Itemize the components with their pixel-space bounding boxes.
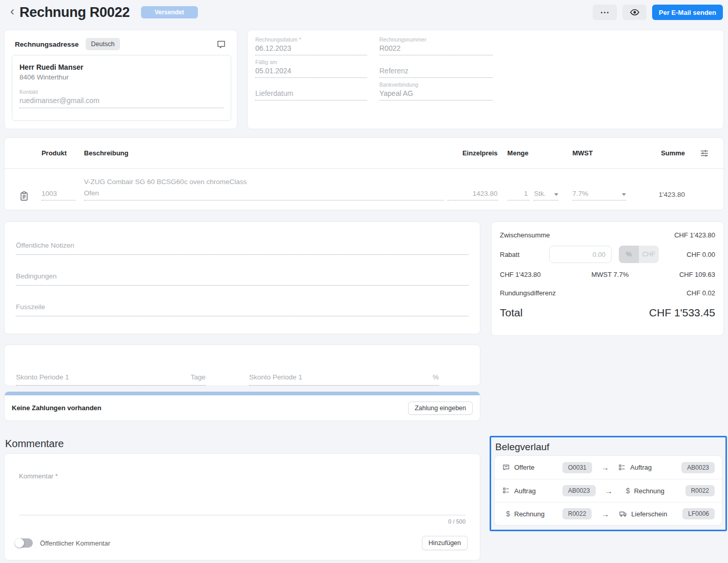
document-history-panel: Belegverlauf Offerte O0031 → Auftrag AB0… xyxy=(490,436,727,531)
skonto-percent-field[interactable]: Skonto Periode 1 % xyxy=(249,358,439,386)
send-email-button[interactable]: Per E-Mail senden xyxy=(652,5,723,20)
reference-field[interactable]: Referenz xyxy=(379,59,493,78)
history-from-ref[interactable]: O0031 xyxy=(562,462,592,473)
enter-payment-button[interactable]: Zahlung eingeben xyxy=(408,401,473,415)
contact-label: Kontakt xyxy=(19,89,224,95)
clipboard-icon xyxy=(19,191,29,202)
comments-title: Kommentare xyxy=(5,438,64,450)
discount-label: Rabatt xyxy=(500,251,549,258)
history-row[interactable]: $ Rechnung R0022 → Lieferschein LF0006 xyxy=(495,502,722,525)
address-box[interactable]: Herr Ruedi Manser 8406 Winterthur Kontak… xyxy=(12,55,231,121)
delivery-date-field[interactable]: Lieferdatum xyxy=(255,82,367,100)
public-comment-toggle[interactable] xyxy=(15,538,33,548)
discount-unit-percent[interactable]: % xyxy=(619,246,639,263)
line-item-row: 1003 V-ZUG Combair SG 60 BCSG60c oven ch… xyxy=(5,169,723,210)
public-notes-field[interactable]: Öffentliche Notizen xyxy=(16,240,469,255)
invoice-number-field[interactable]: Rechnungsnummer R0022 xyxy=(379,37,493,55)
more-options-button[interactable] xyxy=(593,5,617,20)
history-from-label: Rechnung xyxy=(514,510,562,518)
discount-unit-chf[interactable]: CHF xyxy=(639,246,659,263)
billing-address-title: Rechnungsadresse xyxy=(15,41,79,48)
subtotal-label: Zwischensumme xyxy=(500,231,550,239)
rounding-value: CHF 0.02 xyxy=(686,289,715,297)
rounding-label: Rundungsdifferenz xyxy=(500,289,556,297)
quantity-field[interactable]: 1 xyxy=(508,190,530,200)
history-row[interactable]: Auftrag AB0023 → $ Rechnung R0022 xyxy=(495,479,722,502)
language-badge[interactable]: Deutsch xyxy=(86,38,120,50)
add-comment-button[interactable]: Hinzufügen xyxy=(422,536,468,550)
due-date-field[interactable]: Fällig am 05.01.2024 xyxy=(255,59,367,78)
discount-unit-toggle: % CHF xyxy=(619,246,659,263)
caret-down-icon xyxy=(622,193,626,196)
address-comment-button[interactable] xyxy=(216,39,227,50)
comments-card: Kommentar * 0 / 500 Öffentlicher Komment… xyxy=(4,453,480,560)
comment-textarea[interactable] xyxy=(19,480,466,515)
history-to-label: Lieferschein xyxy=(631,510,682,518)
history-to-ref[interactable]: R0022 xyxy=(685,485,715,496)
history-to-label: Auftrag xyxy=(630,464,681,471)
col-total: Summe xyxy=(626,149,685,157)
arrow-right-icon: → xyxy=(592,510,619,518)
history-from-label: Offerte xyxy=(514,464,562,471)
col-description: Beschreibung xyxy=(84,149,444,157)
history-to-ref[interactable]: AB0023 xyxy=(681,462,715,473)
ellipsis-icon xyxy=(601,12,602,13)
page-header: ‹ Rechnung R0022 Versendet Per E-Mail se… xyxy=(0,0,728,25)
payments-accent-bar xyxy=(5,392,480,395)
payments-card: Keine Zahlungen vorhanden Zahlung eingeb… xyxy=(4,391,480,421)
history-to-ref[interactable]: LF0006 xyxy=(682,508,715,519)
discount-value: CHF 0.00 xyxy=(686,251,715,258)
history-from-ref[interactable]: AB0023 xyxy=(562,485,596,496)
table-settings-button[interactable] xyxy=(685,149,723,158)
col-quantity: Menge xyxy=(508,149,559,157)
header-actions: Per E-Mail senden xyxy=(593,5,724,20)
percent-suffix: % xyxy=(433,373,439,381)
back-icon[interactable]: ‹ xyxy=(10,5,14,17)
ballot-list-icon xyxy=(502,487,510,495)
preview-button[interactable] xyxy=(622,5,646,20)
no-payments-text: Keine Zahlungen vorhanden xyxy=(12,404,102,412)
drag-handle[interactable] xyxy=(19,191,42,210)
dollar-sign-icon: $ xyxy=(626,487,630,495)
contact-value[interactable]: ruedimanser@gmail.com xyxy=(19,96,224,108)
skonto-days-field[interactable]: Skonto Periode 1 Tage xyxy=(16,358,206,386)
customer-city: 8406 Winterthur xyxy=(19,73,224,81)
notes-card: Öffentliche Notizen Bedingungen Fusszeil… xyxy=(4,222,480,334)
history-from-ref[interactable]: R0022 xyxy=(562,508,592,519)
discount-input[interactable] xyxy=(549,246,612,263)
vat-dropdown[interactable]: 7.7% xyxy=(572,190,626,200)
product-number-field[interactable]: 1003 xyxy=(42,190,75,200)
invoice-details-card: Rechnungsdatum * 06.12.2023 Fällig am 05… xyxy=(247,30,724,129)
speech-bubble-icon xyxy=(216,39,227,50)
history-row[interactable]: Offerte O0031 → Auftrag AB0023 xyxy=(495,456,722,479)
totals-card: Zwischensumme CHF 1'423.80 Rabatt % CHF … xyxy=(491,222,724,336)
arrow-right-icon: → xyxy=(592,463,618,472)
unit-price-field[interactable]: 1423.80 xyxy=(448,190,498,200)
public-comment-label: Öffentlicher Kommentar xyxy=(40,539,110,547)
chat-icon xyxy=(502,464,510,472)
description-field[interactable]: V-ZUG Combair SG 60 BCSG60c oven chromeC… xyxy=(84,178,444,200)
line-total: 1'423.80 xyxy=(626,191,685,210)
line-items-card: Produkt Beschreibung Einzelpreis Menge M… xyxy=(4,137,724,210)
customer-name: Herr Ruedi Manser xyxy=(19,63,224,71)
unit-dropdown[interactable]: Stk. xyxy=(534,190,558,200)
vat-rate-label: MWST 7.7% xyxy=(592,271,629,278)
page-title: Rechnung R0022 xyxy=(19,5,130,21)
caret-down-icon xyxy=(554,193,558,196)
eye-icon xyxy=(630,7,640,17)
col-unit-price: Einzelpreis xyxy=(444,149,498,157)
footer-field[interactable]: Fusszeile xyxy=(16,302,469,316)
truck-icon xyxy=(619,510,627,518)
days-suffix: Tage xyxy=(191,373,206,381)
col-product: Produkt xyxy=(42,149,84,157)
cash-discount-card: Skonto Periode 1 Tage Skonto Periode 1 % xyxy=(4,345,480,386)
vat-base: CHF 1'423.80 xyxy=(500,271,541,278)
subtotal-value: CHF 1'423.80 xyxy=(674,231,715,239)
total-value: CHF 1'533.45 xyxy=(649,307,715,319)
sliders-icon xyxy=(700,149,709,158)
conditions-field[interactable]: Bedingungen xyxy=(16,271,469,286)
total-label: Total xyxy=(500,307,522,319)
history-to-label: Rechnung xyxy=(634,487,685,495)
invoice-date-field[interactable]: Rechnungsdatum * 06.12.2023 xyxy=(255,37,367,55)
bank-account-field[interactable]: Bankverbindung Yapeal AG xyxy=(379,82,493,100)
